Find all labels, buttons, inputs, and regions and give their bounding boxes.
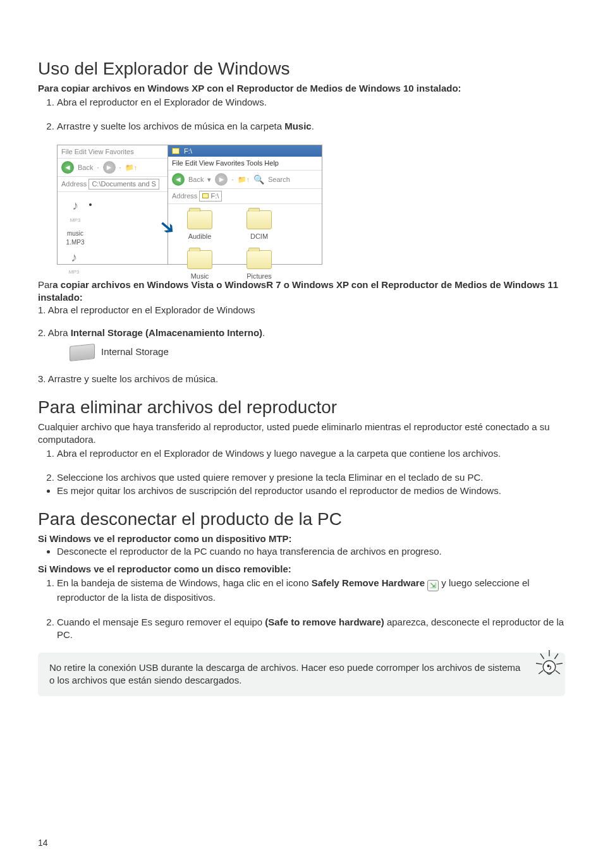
eliminar-bullets: Es mejor quitar los archivos de suscripc… (38, 485, 565, 497)
step-1-open: Abra el reproductor en el Explorador de … (57, 96, 565, 109)
tips-text: No retire la conexión USB durante la des… (49, 662, 520, 685)
window-target-title: F:\ (168, 145, 322, 157)
eliminar-step-2: Seleccione los archivos que usted quiere… (57, 471, 565, 484)
safely-remove-hardware-icon: ⇲ (427, 580, 439, 591)
removible-steps: En la bandeja de sistema de Windows, hag… (38, 577, 565, 641)
search-label: Search (268, 175, 290, 184)
back-icon-2: ◄ (172, 173, 185, 186)
address-bar-target: Address F:\ (168, 189, 322, 204)
page-number: 14 (38, 837, 48, 849)
folder-icon (187, 250, 212, 269)
folder-icon (187, 210, 212, 229)
step-vista-1: 1. Abra el reproductor en el Explorador … (38, 304, 565, 316)
internal-storage-label: Internal Storage (101, 346, 169, 358)
window-target-toolbar: ◄ Back ▾ ► · 📁↑ 🔍 Search (168, 170, 322, 189)
svg-line-2 (554, 654, 558, 659)
back-icon: ◄ (61, 161, 74, 174)
mtp-bullets: Desconecte el reproductor de la PC cuand… (38, 545, 565, 558)
eliminar-bullet-1: Es mejor quitar los archivos de suscripc… (57, 485, 565, 497)
explorer-illustration: ➔ File Edit View Favorites ◄ Back · ► · … (57, 145, 322, 265)
eliminar-steps: Abra el reproductor en el Explorador de … (38, 447, 565, 485)
back-label: Back (78, 163, 93, 172)
tips-box: No retire la conexión USB durante la des… (38, 653, 565, 696)
drag-origin-dot (89, 203, 92, 206)
addr-label-source: Address (61, 180, 87, 188)
mtp-bullet-1: Desconecte el reproductor de la PC cuand… (57, 545, 565, 558)
folder-icon (247, 250, 272, 269)
svg-line-3 (540, 654, 544, 659)
sub-removible: Si Windows ve el reproductor como un dis… (38, 563, 565, 576)
mp3-file: MP3 music 1.MP3 (63, 197, 88, 246)
window-source-menu: File Edit View Favorites (58, 145, 176, 159)
par-prefix: Par (38, 279, 52, 290)
internal-storage-illustration: Internal Storage (70, 345, 565, 360)
step-2-text: Arrastre y suelte los archivos de música… (57, 121, 284, 131)
mp3-icon-glyph (66, 197, 85, 216)
step-vista-3: 3. Arrastre y suelte los archivos de mús… (38, 373, 565, 385)
subheading-para-copiar-xp: Para copiar archivos en Windows XP con e… (38, 82, 565, 95)
window-source-toolbar: ◄ Back · ► · 📁↑ (58, 158, 176, 177)
removible-step-2: Cuando el mensaje Es seguro remover el e… (57, 616, 565, 642)
idea-icon (527, 641, 571, 685)
forward-icon-2: ► (215, 173, 228, 186)
up-icon: 📁↑ (125, 163, 138, 172)
addr-value-target: F:\ (199, 191, 222, 202)
folder-dcim: DCIM (234, 210, 284, 241)
svg-line-4 (556, 663, 563, 664)
svg-line-7 (539, 670, 543, 674)
svg-line-6 (556, 670, 560, 674)
mp3-icon-glyph-2 (64, 249, 83, 268)
step-2-suffix: . (312, 121, 314, 131)
internal-storage-bold: Internal Storage (Almacenamiento Interno… (71, 327, 262, 338)
mp3-filename: music 1.MP3 (63, 229, 88, 246)
heading-uso-explorador: Uso del Explorador de Windows (38, 57, 565, 81)
window-target-title-text: F:\ (184, 147, 192, 155)
safe-to-remove-label: (Safe to remove hardware) (265, 617, 384, 627)
mp3-file-2: MP3 (61, 249, 87, 276)
hdd-icon (70, 343, 95, 361)
step-2-drag: Arrastre y suelte los archivos de música… (57, 120, 565, 133)
removible-step-1: En la bandeja de sistema de Windows, hag… (57, 577, 565, 604)
forward-icon: ► (103, 161, 116, 174)
folder-audible: Audible (174, 210, 225, 241)
heading-eliminar: Para eliminar archivos del reproductor (38, 395, 565, 419)
folder-icon (247, 210, 272, 229)
step-vista-2: 2. Abra Internal Storage (Almacenamiento… (38, 327, 565, 339)
eliminar-step-1: Abra el reproductor en el Explorador de … (57, 447, 565, 460)
up-icon-2: 📁↑ (238, 175, 250, 184)
address-bar-source: Address C:\Documents and S (58, 177, 176, 192)
steps-list-xp: Abra el reproductor en el Explorador de … (38, 96, 565, 133)
svg-point-8 (547, 665, 549, 667)
music-folder-name: Music (284, 121, 312, 131)
heading-desconectar: Para desconectar el producto de la PC (38, 507, 565, 531)
window-source: File Edit View Favorites ◄ Back · ► · 📁↑… (57, 145, 177, 265)
safely-remove-label: Safely Remove Hardware (312, 577, 425, 588)
addr-value-source: C:\Documents and S (88, 179, 159, 190)
folder-music: Music (174, 250, 225, 281)
sub-mtp: Si Windows ve el reproductor como un dis… (38, 533, 565, 545)
eliminar-intro: Cualquier archivo que haya transferido a… (38, 421, 565, 447)
addr-label-target: Address (172, 192, 197, 200)
window-target: F:\ File Edit View Favorites Tools Help … (168, 145, 322, 265)
window-target-menu: File Edit View Favorites Tools Help (168, 157, 322, 170)
search-icon: 🔍 (253, 174, 264, 186)
svg-line-5 (536, 663, 542, 664)
back-label-2: Back (188, 175, 204, 184)
folder-pictures: Pictures (234, 250, 284, 281)
window-target-body: Audible DCIM Music Pictures (168, 204, 322, 287)
